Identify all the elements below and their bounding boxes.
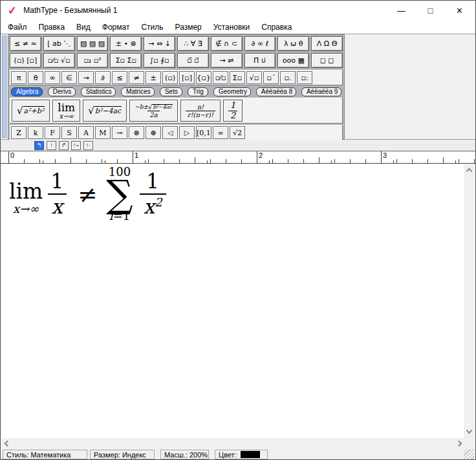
symbol-palette-button[interactable]: → ⇔ ↓ — [144, 36, 175, 51]
tab-stop-button[interactable]: ↱ — [59, 141, 69, 150]
palette-tab[interactable]: Trig — [188, 87, 208, 96]
small-bar-button[interactable]: ∞ — [45, 71, 60, 84]
palette-tab[interactable]: Аёёаёёа 9 — [301, 87, 341, 96]
symbol-palette-button[interactable]: ≤ ≠ ≈ — [10, 36, 41, 51]
template-palette-button[interactable]: Σ▫ Σ▫ — [110, 53, 142, 68]
limit-block: lim x→∞ — [9, 181, 43, 215]
toolbar-drag-handle[interactable] — [2, 36, 6, 138]
symbol-palette-row: ≤ ≠ ≈⌊ ab ⋱▨ ▨ ▨± • ⊗→ ⇔ ↓∴ ∀ ∃∉ ∩ ⊂∂ ∞ … — [10, 36, 343, 51]
expression-symbol-button[interactable]: A — [78, 126, 94, 139]
small-bar-button[interactable]: ≤ — [112, 71, 127, 84]
expression-symbol-button[interactable]: ◁ — [162, 126, 178, 139]
template-palette-button[interactable]: ∫▫ ∮▫ — [144, 53, 175, 68]
small-bar-button[interactable]: θ — [28, 71, 43, 84]
symbol-palette-button[interactable]: λ ω θ — [277, 36, 309, 51]
resize-grip[interactable] — [464, 449, 475, 460]
menu-item[interactable]: Файл — [2, 21, 33, 33]
menu-item[interactable]: Формат — [96, 21, 136, 33]
expression-symbol-button[interactable]: ⊸ — [112, 126, 127, 139]
limit-word: lim — [9, 181, 43, 202]
maximize-button[interactable]: □ — [416, 1, 445, 20]
small-bar-button[interactable]: {▫} — [196, 71, 211, 84]
menu-item[interactable]: Стиль — [135, 21, 169, 33]
symbol-palette-button[interactable]: ∉ ∩ ⊂ — [211, 36, 243, 51]
symbol-palette-button[interactable]: Λ Ω Θ — [311, 36, 343, 51]
menu-item[interactable]: Установки — [208, 21, 255, 33]
small-bar-button[interactable]: ▫´ — [263, 71, 279, 84]
tab-stop-button[interactable]: ↰ — [34, 141, 44, 150]
small-bar-button[interactable]: π — [11, 71, 27, 84]
palette-tab[interactable]: Sets — [160, 87, 182, 96]
small-bar-button[interactable]: [▫] — [179, 71, 195, 84]
small-bar-button[interactable]: ≠ — [129, 71, 144, 84]
equation[interactable]: lim x→∞ 1 x ≠ 100 ∑ i=1 1 x2 — [9, 166, 170, 222]
sigma-symbol: ∑ — [106, 178, 133, 210]
symbol-palette-button[interactable]: ▨ ▨ ▨ — [77, 36, 109, 51]
small-bar-button[interactable]: √▫ — [246, 71, 262, 84]
template-palette-button[interactable]: ◻ ◻ — [311, 53, 343, 68]
small-bar-button[interactable]: Σ̇▫ — [230, 71, 245, 84]
symbol-palette-button[interactable]: ⌊ ab ⋱ — [43, 36, 75, 51]
horizontal-scrollbar[interactable] — [1, 438, 465, 449]
expression-symbol-button[interactable]: ∞ — [213, 126, 228, 139]
ruler[interactable]: 0123 — [1, 151, 475, 164]
vertical-scrollbar[interactable] — [464, 164, 475, 438]
ruler-number: 2 — [259, 151, 263, 159]
small-bar-button[interactable]: ± — [146, 71, 161, 84]
expression-binomial-button[interactable]: n!r!(n−r)! — [180, 100, 221, 122]
menu-item[interactable]: Правка — [33, 21, 71, 33]
expression-quadratic-formula-button[interactable]: −b±√b²−4ac 2a — [129, 100, 178, 122]
expression-symbol-button[interactable]: ⊗ — [129, 126, 144, 139]
template-palette-button[interactable]: ▫₂ ▫² — [77, 53, 109, 68]
palette-tab[interactable]: Geometry — [213, 87, 251, 96]
expression-symbol-button[interactable]: ⊕ — [146, 126, 161, 139]
small-bar-button[interactable]: → — [78, 71, 94, 84]
scroll-left-icon[interactable] — [5, 441, 11, 447]
palette-tab[interactable]: Аёёаёёа 8 — [256, 87, 296, 96]
expression-symbol-button[interactable]: Z — [11, 126, 27, 139]
small-bar-button[interactable]: ▫⁄▫ — [213, 71, 228, 84]
menu-item[interactable]: Размер — [169, 21, 208, 33]
palette-tab[interactable]: Derivs — [48, 87, 76, 96]
symbol-palette-button[interactable]: ∂ ∞ ℓ — [244, 36, 276, 51]
small-bar-button[interactable]: ∂ — [95, 71, 111, 84]
template-palette-button[interactable]: → ⇌ — [211, 53, 243, 68]
tab-stop-button[interactable]: ↑₌ — [71, 141, 81, 150]
template-palette-button[interactable]: ▫⁄▫ √▫ — [43, 53, 75, 68]
small-bar-button[interactable]: ▫. — [280, 71, 296, 84]
scroll-up-icon[interactable] — [466, 168, 473, 175]
scroll-down-icon[interactable] — [466, 428, 473, 434]
template-palette-button[interactable]: Π̇ ∪̇ — [244, 53, 276, 68]
expression-discriminant-button[interactable]: √b²−4ac — [83, 100, 127, 122]
menu-item[interactable]: Справка — [255, 21, 298, 33]
document-area[interactable]: lim x→∞ 1 x ≠ 100 ∑ i=1 1 x2 — [1, 164, 465, 438]
tab-stop-button[interactable]: ↑ — [47, 141, 56, 150]
close-button[interactable]: ✕ — [445, 1, 474, 20]
symbol-palette-button[interactable]: ∴ ∀ ∃ — [177, 36, 209, 51]
symbol-palette-button[interactable]: ± • ⊗ — [110, 36, 142, 51]
expression-symbol-button[interactable]: k — [28, 126, 43, 139]
expression-symbol-button[interactable]: ▷ — [179, 126, 195, 139]
expression-limit-button[interactable]: limx→∞ — [52, 100, 80, 122]
tab-stop-button[interactable]: ↑· — [83, 141, 93, 150]
expression-symbol-button[interactable]: [0,1] — [196, 126, 211, 139]
scroll-right-icon[interactable] — [456, 441, 462, 447]
expression-symbol-button[interactable]: F — [45, 126, 60, 139]
expression-symbol-button[interactable]: √2 — [230, 126, 245, 139]
small-bar-button[interactable]: ∈ — [61, 71, 77, 84]
template-palette-button[interactable]: ooo ▦ — [277, 53, 309, 68]
expression-half-button[interactable]: 12 — [223, 100, 243, 122]
expression-sqrt-a2b2-button[interactable]: √a²+b² — [12, 100, 50, 122]
palette-tab[interactable]: Algebra — [11, 87, 43, 96]
menu-item[interactable]: Вид — [70, 21, 96, 33]
template-palette-button[interactable]: ▫̅ ▫⃗ — [177, 53, 209, 68]
palette-tab[interactable]: Statistics — [81, 87, 116, 96]
mathtype-logo-icon: ✔ — [7, 3, 18, 18]
expression-symbol-button[interactable]: S — [61, 126, 77, 139]
expression-symbol-button[interactable]: M — [95, 126, 111, 139]
small-bar-button[interactable]: ▫: — [297, 71, 312, 84]
palette-tab[interactable]: Matrices — [121, 87, 155, 96]
template-palette-button[interactable]: (▫) [▫] — [10, 53, 41, 68]
small-bar-button[interactable]: (▫) — [162, 71, 178, 84]
minimize-button[interactable]: — — [387, 1, 416, 20]
